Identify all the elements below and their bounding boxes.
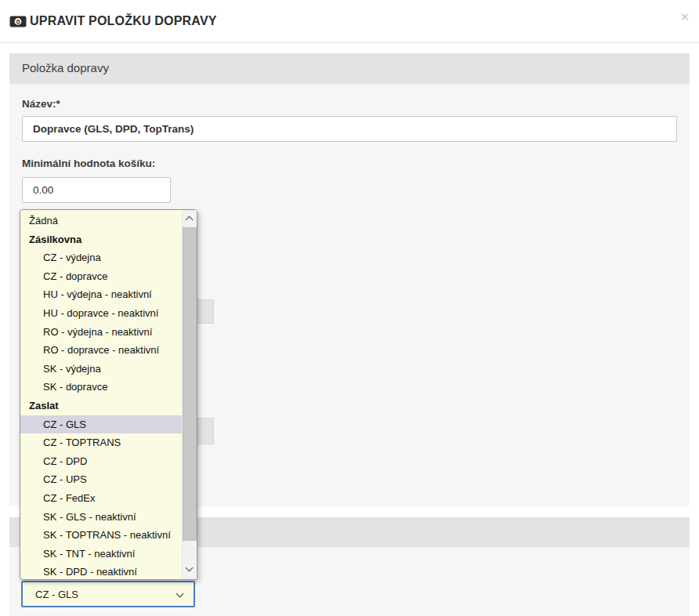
section-header-shipping-item: Položka dopravy xyxy=(9,53,690,84)
dropdown-scrollbar[interactable] xyxy=(182,210,197,579)
dialog-title: UPRAVIT POLOŽKU DOPRAVY xyxy=(30,14,217,28)
scrollbar-track[interactable] xyxy=(183,227,197,559)
carrier-select[interactable]: CZ - GLS xyxy=(21,581,195,607)
carrier-dropdown-list: ŽádnáZásilkovnaCZ - výdejnaCZ - dopravce… xyxy=(20,209,197,580)
dropdown-option[interactable]: RO - výdejna - neaktivní xyxy=(20,323,182,342)
dropdown-option[interactable]: CZ - DPD xyxy=(20,452,182,471)
scrollbar-down-button[interactable] xyxy=(183,559,197,579)
dropdown-option[interactable]: HU - dopravce - neaktivní xyxy=(20,304,182,323)
chevron-down-icon xyxy=(176,590,184,598)
dropdown-option[interactable]: CZ - výdejna xyxy=(20,248,182,267)
min-cart-label: Minimální hodnota košíku: xyxy=(22,158,155,169)
dropdown-option[interactable]: SK - výdejna xyxy=(20,360,182,379)
dropdown-option[interactable]: SK - TNT - neaktivní xyxy=(20,545,182,563)
name-label: Název:* xyxy=(22,98,60,110)
dropdown-group-label: Zásilkovna xyxy=(20,230,182,249)
dropdown-option[interactable]: SK - GLS - neaktivní xyxy=(20,508,182,527)
dropdown-option[interactable]: CZ - FedEx xyxy=(20,489,182,508)
carrier-select-value: CZ - GLS xyxy=(35,589,78,600)
min-cart-input[interactable] xyxy=(22,177,171,203)
dropdown-option[interactable]: SK - dopravce xyxy=(20,378,182,397)
svg-text:0: 0 xyxy=(16,18,20,26)
close-icon[interactable]: ✕ xyxy=(677,9,693,25)
dropdown-option[interactable]: SK - TOPTRANS - neaktivní xyxy=(20,526,182,545)
scrollbar-thumb[interactable] xyxy=(183,227,197,541)
dropdown-option[interactable]: RO - dopravce - neaktivní xyxy=(20,341,182,360)
name-input[interactable] xyxy=(22,116,677,142)
dropdown-option[interactable]: CZ - UPS xyxy=(20,470,182,489)
scrollbar-up-button[interactable] xyxy=(183,210,197,227)
money-icon: 0 xyxy=(9,16,27,31)
dropdown-option[interactable]: CZ - dopravce xyxy=(20,267,182,286)
section-title: Položka dopravy xyxy=(22,61,109,74)
dropdown-group-label: Zaslat xyxy=(20,397,182,415)
chevron-down-icon xyxy=(186,564,194,572)
dropdown-option[interactable]: HU - výdejna - neaktivní xyxy=(20,285,182,304)
dropdown-option[interactable]: Žádná xyxy=(20,212,182,230)
dialog-header: 0 UPRAVIT POLOŽKU DOPRAVY ✕ xyxy=(0,0,699,43)
dropdown-options: ŽádnáZásilkovnaCZ - výdejnaCZ - dopravce… xyxy=(20,210,182,579)
dropdown-option[interactable]: SK - DPD - neaktivní xyxy=(20,563,182,579)
chevron-up-icon xyxy=(186,216,194,224)
dropdown-option[interactable]: CZ - TOPTRANS xyxy=(20,433,182,452)
dropdown-option[interactable]: CZ - GLS xyxy=(20,415,182,434)
